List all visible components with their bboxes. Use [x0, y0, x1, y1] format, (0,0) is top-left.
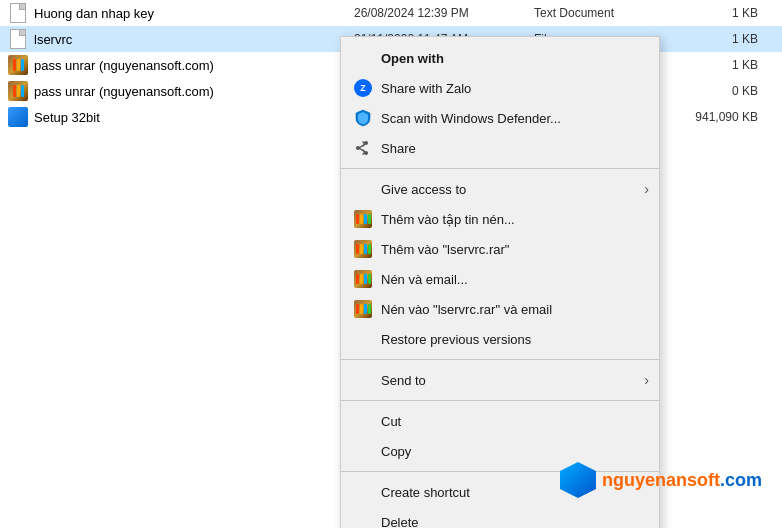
- cut-label: Cut: [381, 414, 647, 429]
- file-size: 1 KB: [674, 6, 774, 20]
- divider-3: [341, 400, 659, 401]
- open-with-label: Open with: [381, 51, 647, 66]
- copy-label: Copy: [381, 444, 647, 459]
- give-access-item[interactable]: Give access to: [341, 174, 659, 204]
- nen-rar-email-label: Nén vào "lservrc.rar" và email: [381, 302, 647, 317]
- watermark-box-icon: [560, 462, 596, 498]
- open-with-icon: [353, 48, 373, 68]
- cut-item[interactable]: Cut: [341, 406, 659, 436]
- file-name: pass unrar (nguyenansoft.com): [34, 84, 354, 99]
- cut-icon: [353, 411, 373, 431]
- menu-section-2: Give access to Thêm vào tập tin nén...: [341, 172, 659, 356]
- send-to-item[interactable]: Send to: [341, 365, 659, 395]
- delete-item[interactable]: Delete: [341, 507, 659, 528]
- restore-versions-item[interactable]: Restore previous versions: [341, 324, 659, 354]
- them-vao-nen-item[interactable]: Thêm vào tập tin nén...: [341, 204, 659, 234]
- send-to-icon: [353, 370, 373, 390]
- winrar-icon-4: [353, 299, 373, 319]
- them-vao-nen-label: Thêm vào tập tin nén...: [381, 212, 647, 227]
- file-size: 1 KB: [674, 58, 774, 72]
- file-type: Text Document: [534, 6, 674, 20]
- svg-point-1: [364, 141, 368, 145]
- open-with-item[interactable]: Open with: [341, 43, 659, 73]
- menu-section-1: Open with Z Share with Zalo Scan with Wi…: [341, 41, 659, 165]
- file-size: 1 KB: [674, 32, 774, 46]
- nen-email-label: Nén và email...: [381, 272, 647, 287]
- share-zalo-label: Share with Zalo: [381, 81, 647, 96]
- file-size: 941,090 KB: [674, 110, 774, 124]
- file-date: 26/08/2024 12:39 PM: [354, 6, 534, 20]
- file-icon: [8, 81, 28, 101]
- divider-2: [341, 359, 659, 360]
- winrar-icon-2: [353, 239, 373, 259]
- watermark-text: nguyenansoft.com: [602, 470, 762, 491]
- defender-icon: [353, 108, 373, 128]
- winrar-icon-1: [353, 209, 373, 229]
- file-size: 0 KB: [674, 84, 774, 98]
- file-icon: [8, 107, 28, 127]
- svg-point-2: [364, 151, 368, 155]
- file-name: Setup 32bit: [34, 110, 354, 125]
- scan-defender-item[interactable]: Scan with Windows Defender...: [341, 103, 659, 133]
- share-icon: [353, 138, 373, 158]
- share-zalo-item[interactable]: Z Share with Zalo: [341, 73, 659, 103]
- them-vao-rar-label: Thêm vào "lservrc.rar": [381, 242, 647, 257]
- menu-section-3: Send to: [341, 363, 659, 397]
- them-vao-rar-item[interactable]: Thêm vào "lservrc.rar": [341, 234, 659, 264]
- copy-icon: [353, 441, 373, 461]
- nen-rar-email-item[interactable]: Nén vào "lservrc.rar" và email: [341, 294, 659, 324]
- context-menu: Open with Z Share with Zalo Scan with Wi…: [340, 36, 660, 528]
- give-access-icon: [353, 179, 373, 199]
- share-label: Share: [381, 141, 647, 156]
- file-icon: [8, 55, 28, 75]
- scan-defender-label: Scan with Windows Defender...: [381, 111, 647, 126]
- winrar-icon-3: [353, 269, 373, 289]
- delete-label: Delete: [381, 515, 647, 529]
- file-name: pass unrar (nguyenansoft.com): [34, 58, 354, 73]
- file-row[interactable]: Huong dan nhap key 26/08/2024 12:39 PM T…: [0, 0, 782, 26]
- give-access-label: Give access to: [381, 182, 647, 197]
- send-to-label: Send to: [381, 373, 647, 388]
- restore-icon: [353, 329, 373, 349]
- file-icon: [8, 29, 28, 49]
- divider-1: [341, 168, 659, 169]
- svg-point-0: [356, 146, 360, 150]
- share-item[interactable]: Share: [341, 133, 659, 163]
- nen-email-item[interactable]: Nén và email...: [341, 264, 659, 294]
- menu-section-4: Cut Copy: [341, 404, 659, 468]
- zalo-icon: Z: [353, 78, 373, 98]
- delete-icon: [353, 512, 373, 528]
- file-name: lservrc: [34, 32, 354, 47]
- restore-versions-label: Restore previous versions: [381, 332, 647, 347]
- file-icon: [8, 3, 28, 23]
- file-name: Huong dan nhap key: [34, 6, 354, 21]
- watermark: nguyenansoft.com: [560, 462, 762, 498]
- create-shortcut-icon: [353, 482, 373, 502]
